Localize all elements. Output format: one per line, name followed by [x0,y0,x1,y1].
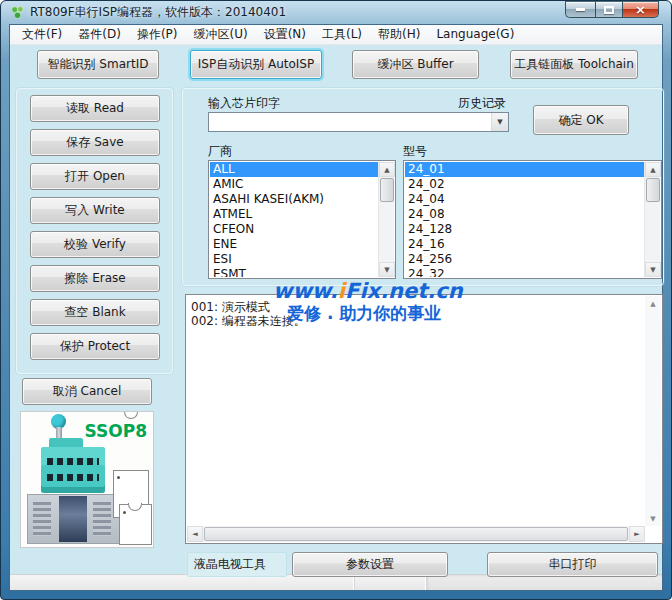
combo-dropdown-button[interactable]: ▼ [491,113,508,131]
manufacturer-label: 厂商 [208,143,232,160]
adapter-socket-top [41,447,105,493]
close-icon: × [635,3,646,16]
scroll-left-icon[interactable]: ◄ [187,526,203,542]
erase-button[interactable]: 擦除 Erase [30,265,160,292]
log-vertical-scrollbar[interactable]: ▲ ▼ [645,296,661,526]
manufacturer-item[interactable]: ESI [210,252,378,267]
status-pane [355,575,427,590]
app-icon [10,5,25,20]
manufacturer-list: ALLAMICASAHI KASEI(AKM)ATMELCFEONENEESIE… [210,162,378,277]
scroll-down-icon[interactable]: ▼ [645,511,661,526]
read-button[interactable]: 读取 Read [30,95,160,122]
menu-item[interactable]: Language(G) [428,25,522,44]
model-item[interactable]: 24_256 [405,252,644,267]
model-label: 型号 [403,143,427,160]
lcd-tv-tools-button[interactable]: 液晶电视工具 [187,552,287,577]
scroll-down-icon[interactable]: ▼ [379,262,395,277]
buffer-button[interactable]: 缓冲区 Buffer [352,50,479,79]
scroll-thumb[interactable] [646,178,660,202]
write-button[interactable]: 写入 Write [30,197,160,224]
chip-marking-combo: ▼ [208,112,509,132]
watermark-slogan: 爱修 . 助力你的事业 [287,302,441,325]
cancel-button[interactable]: 取消 Cancel [22,378,152,405]
menu-item[interactable]: 帮助(H) [370,25,428,44]
adapter-core [59,496,87,542]
chevron-down-icon: ▼ [497,118,502,126]
window-controls: × [565,1,659,18]
log-output-area[interactable]: 001: 演示模式002: 编程器未连接。 ▲ ▼ ◄ ► [185,294,663,544]
ok-button[interactable]: 确定 OK [533,105,629,135]
open-button[interactable]: 打开 Open [30,163,160,190]
app-window: RT809F串行ISP编程器，软件版本：20140401 × 文件(F)器件(D… [0,0,672,600]
scroll-thumb[interactable] [380,178,394,202]
smart-id-button[interactable]: 智能识别 SmartID [37,50,159,79]
chip-pin1-dot [117,476,120,479]
ssop8-label: SSOP8 [85,421,147,441]
title-bar[interactable]: RT809F串行ISP编程器，软件版本：20140401 × [1,1,671,24]
maximize-icon [604,6,614,14]
manufacturer-listbox: ALLAMICASAHI KASEI(AKM)ATMELCFEONENEESIE… [208,160,396,279]
manufacturer-item[interactable]: ESMT [210,267,378,277]
save-button[interactable]: 保存 Save [30,129,160,156]
scroll-up-icon[interactable]: ▲ [645,162,661,177]
menu-bar: 文件(F)器件(D)操作(P)缓冲区(U)设置(N)工具(L)帮助(H)Lang… [10,25,662,45]
history-label: 历史记录 [458,95,506,112]
model-item[interactable]: 24_16 [405,237,644,252]
scroll-up-icon[interactable]: ▲ [645,296,661,311]
minimize-button[interactable] [565,1,595,18]
watermark-url: www.iFix.net.cn [273,279,463,303]
scroll-right-icon[interactable]: ► [629,526,645,542]
model-item[interactable]: 24_04 [405,192,644,207]
chip-notch [124,411,138,419]
close-button[interactable]: × [623,1,659,18]
model-scrollbar[interactable]: ▲ ▼ [644,162,660,277]
scroll-down-icon[interactable]: ▼ [645,262,661,277]
manufacturer-item[interactable]: ASAHI KASEI(AKM) [210,192,378,207]
model-item[interactable]: 24_32 [405,267,644,277]
chip-marking-input[interactable] [209,113,491,131]
manufacturer-item[interactable]: ALL [210,162,378,177]
manufacturer-item[interactable]: CFEON [210,222,378,237]
action-group: 读取 Read 保存 Save 打开 Open 写入 Write 校验 Veri… [16,88,173,374]
adapter-pins [47,458,99,465]
window-title: RT809F串行ISP编程器，软件版本：20140401 [30,4,286,21]
verify-button[interactable]: 校验 Verify [30,231,160,258]
watermark-url-www: www. [273,279,338,303]
scroll-up-icon[interactable]: ▲ [379,162,395,177]
maximize-button[interactable] [595,1,623,18]
model-item[interactable]: 24_128 [405,222,644,237]
manufacturer-scrollbar[interactable]: ▲ ▼ [378,162,394,277]
chip-pin1-dot [123,511,126,514]
toolchain-button[interactable]: 工具链面板 Toolchain [510,50,638,79]
param-settings-button[interactable]: 参数设置 [292,552,448,577]
menu-item[interactable]: 文件(F) [14,25,70,44]
manufacturer-item[interactable]: ENE [210,237,378,252]
menu-item[interactable]: 设置(N) [256,25,314,44]
minimize-icon [576,8,585,11]
manufacturer-item[interactable]: AMIC [210,177,378,192]
scroll-thumb[interactable] [204,527,628,541]
blank-button[interactable]: 查空 Blank [30,299,160,326]
protect-button[interactable]: 保护 Protect [30,333,160,360]
menu-item[interactable]: 工具(L) [314,25,370,44]
menu-item[interactable]: 缓冲区(U) [185,25,255,44]
chip-input-label: 输入芯片印字 [208,95,280,112]
model-listbox: 24_0124_0224_0424_0824_12824_1624_25624_… [403,160,662,279]
serial-print-button[interactable]: 串口打印 [487,552,658,577]
log-horizontal-scrollbar[interactable]: ◄ ► [187,526,645,542]
model-item[interactable]: 24_01 [405,162,644,177]
adapter-slot [33,502,51,536]
client-area: 文件(F)器件(D)操作(P)缓冲区(U)设置(N)工具(L)帮助(H)Lang… [9,24,663,591]
manufacturer-item[interactable]: ATMEL [210,207,378,222]
model-item[interactable]: 24_08 [405,207,644,222]
menu-item[interactable]: 操作(P) [129,25,186,44]
ssop8-adapter-photo: SSOP8 [20,411,154,548]
adapter-slot [93,502,111,536]
menu-item[interactable]: 器件(D) [70,25,129,44]
auto-isp-button[interactable]: ISP自动识别 AutoISP [190,50,322,79]
model-item[interactable]: 24_02 [405,177,644,192]
adapter-pins [47,474,99,481]
chip-select-group: 输入芯片印字 历史记录 ▼ 确定 OK 厂商 ALLAMICASAHI KASE… [182,88,664,286]
model-list: 24_0124_0224_0424_0824_12824_1624_25624_… [405,162,644,277]
watermark-url-i: i [338,279,345,303]
